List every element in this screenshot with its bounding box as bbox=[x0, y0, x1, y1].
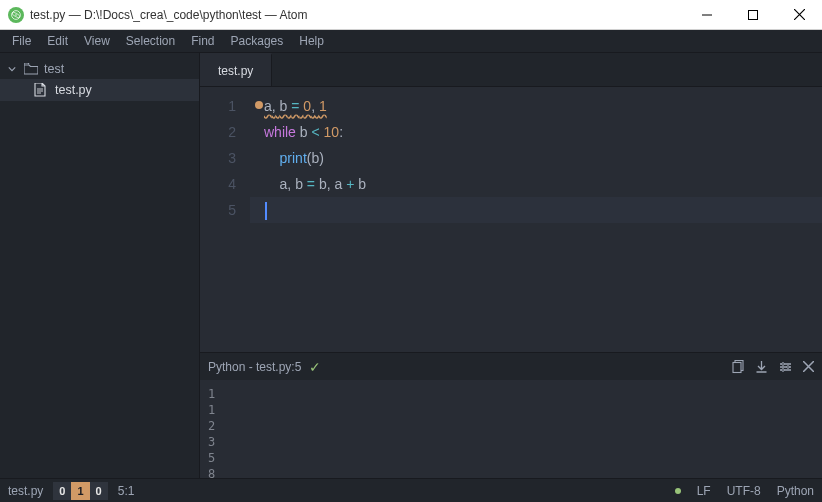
lint-info-count: 0 bbox=[90, 482, 108, 500]
code-line[interactable]: while b < 10: bbox=[264, 119, 822, 145]
close-runner-button[interactable] bbox=[803, 361, 814, 372]
tree-file-label: test.py bbox=[55, 83, 92, 97]
tree-view[interactable]: test test.py bbox=[0, 53, 200, 478]
tab-test-py[interactable]: test.py bbox=[200, 53, 272, 86]
text-cursor bbox=[265, 202, 267, 220]
lint-error-count: 0 bbox=[53, 482, 71, 500]
gutter: 1 2 3 4 5 bbox=[200, 87, 250, 352]
window-titlebar: test.py — D:\!Docs\_crea\_code\python\te… bbox=[0, 0, 822, 30]
menu-view[interactable]: View bbox=[76, 32, 118, 50]
folder-icon bbox=[24, 63, 38, 75]
menu-selection[interactable]: Selection bbox=[118, 32, 183, 50]
svg-rect-3 bbox=[749, 10, 758, 19]
options-button[interactable] bbox=[778, 360, 793, 374]
line-number: 5 bbox=[200, 197, 236, 223]
line-number: 4 bbox=[200, 171, 236, 197]
menu-find[interactable]: Find bbox=[183, 32, 222, 50]
code-line[interactable]: print(b) bbox=[264, 145, 822, 171]
code-line[interactable]: a, b = 0, 1 bbox=[264, 93, 822, 119]
window-title: test.py — D:\!Docs\_crea\_code\python\te… bbox=[30, 8, 307, 22]
tree-root-label: test bbox=[44, 62, 64, 76]
script-runner-header: Python - test.py:5 ✓ bbox=[200, 352, 822, 380]
download-output-button[interactable] bbox=[755, 360, 768, 374]
svg-point-2 bbox=[15, 14, 17, 16]
grammar-selector[interactable]: Python bbox=[777, 484, 814, 498]
window-minimize-button[interactable] bbox=[684, 0, 730, 30]
svg-rect-5 bbox=[733, 362, 741, 372]
git-status-icon[interactable] bbox=[675, 488, 681, 494]
menu-bar: File Edit View Selection Find Packages H… bbox=[0, 30, 822, 53]
tree-root-folder[interactable]: test bbox=[0, 59, 199, 79]
file-icon bbox=[34, 83, 48, 97]
copy-output-button[interactable] bbox=[732, 360, 745, 374]
code-lines[interactable]: a, b = 0, 1 while b < 10: print(b) a, b … bbox=[250, 87, 822, 352]
text-editor[interactable]: 1 2 3 4 5 a, b = 0, 1 while b < 10: prin… bbox=[200, 87, 822, 352]
cursor-position[interactable]: 5:1 bbox=[118, 484, 135, 498]
atom-app-icon bbox=[8, 7, 24, 23]
line-number: 2 bbox=[200, 119, 236, 145]
menu-packages[interactable]: Packages bbox=[223, 32, 292, 50]
menu-edit[interactable]: Edit bbox=[39, 32, 76, 50]
window-close-button[interactable] bbox=[776, 0, 822, 30]
tab-label: test.py bbox=[218, 64, 253, 78]
status-file-name[interactable]: test.py bbox=[8, 484, 43, 498]
status-bar: test.py 0 1 0 5:1 LF UTF-8 Python bbox=[0, 478, 822, 502]
window-maximize-button[interactable] bbox=[730, 0, 776, 30]
svg-point-8 bbox=[782, 368, 785, 371]
code-line[interactable]: a, b = b, a + b bbox=[264, 171, 822, 197]
tree-file-item[interactable]: test.py bbox=[0, 79, 199, 101]
code-line[interactable] bbox=[250, 197, 822, 223]
check-icon: ✓ bbox=[309, 359, 321, 375]
workspace: test test.py test.py 1 2 3 4 5 bbox=[0, 53, 822, 478]
script-runner-output[interactable]: 1 1 2 3 5 8 [Finished in 0.091s] bbox=[200, 380, 822, 478]
menu-file[interactable]: File bbox=[4, 32, 39, 50]
encoding-selector[interactable]: UTF-8 bbox=[727, 484, 761, 498]
line-number: 1 bbox=[200, 93, 236, 119]
editor-pane: test.py 1 2 3 4 5 a, b = 0, 1 while b < … bbox=[200, 53, 822, 478]
menu-help[interactable]: Help bbox=[291, 32, 332, 50]
svg-point-7 bbox=[787, 365, 790, 368]
line-number: 3 bbox=[200, 145, 236, 171]
lint-warning-count: 1 bbox=[71, 482, 89, 500]
line-ending-selector[interactable]: LF bbox=[697, 484, 711, 498]
chevron-down-icon bbox=[8, 65, 18, 73]
linter-counts[interactable]: 0 1 0 bbox=[53, 482, 107, 500]
tab-bar: test.py bbox=[200, 53, 822, 87]
svg-point-6 bbox=[782, 362, 785, 365]
runner-title: Python - test.py:5 bbox=[208, 360, 301, 374]
